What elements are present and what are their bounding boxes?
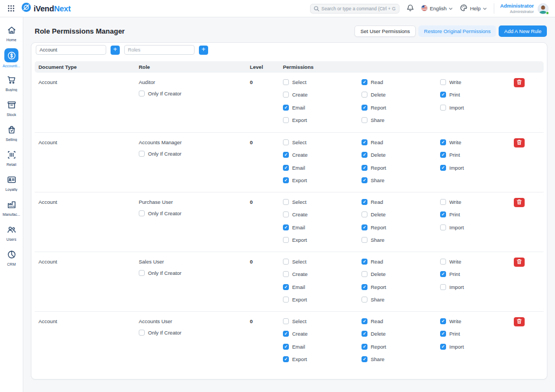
permission-checkbox-create[interactable]: Create: [283, 152, 308, 158]
delete-rule-button[interactable]: [514, 78, 525, 87]
only-if-creator-checkbox[interactable]: Only If Creator: [139, 151, 182, 157]
permission-checkbox-export[interactable]: Export: [283, 177, 307, 183]
permission-checkbox-email[interactable]: Email: [283, 105, 305, 111]
sidebar-item-selling[interactable]: Selling: [0, 123, 23, 148]
permission-checkbox-select[interactable]: Select: [283, 199, 306, 205]
permission-checkbox-write[interactable]: Write: [440, 199, 461, 205]
sidebar-item-users[interactable]: Users: [0, 223, 23, 248]
permission-checkbox-select[interactable]: Select: [283, 139, 306, 145]
only-if-creator-checkbox[interactable]: Only If Creator: [139, 330, 182, 336]
permission-checkbox-print[interactable]: Print: [440, 92, 460, 98]
app-logo[interactable]: iVendNext: [22, 3, 70, 14]
permission-checkbox-import[interactable]: Import: [440, 165, 464, 171]
permission-checkbox-export[interactable]: Export: [283, 356, 307, 362]
only-if-creator-checkbox[interactable]: Only If Creator: [139, 210, 182, 216]
delete-rule-button[interactable]: [514, 258, 525, 267]
permission-checkbox-print[interactable]: Print: [440, 331, 460, 337]
permission-checkbox-create[interactable]: Create: [283, 211, 308, 217]
permission-checkbox-report[interactable]: Report: [362, 284, 386, 290]
language-selector[interactable]: English: [421, 5, 453, 12]
global-search[interactable]: [310, 4, 399, 14]
permission-checkbox-select[interactable]: Select: [283, 318, 306, 324]
permission-checkbox-read[interactable]: Read: [362, 318, 383, 324]
trash-icon: [517, 198, 522, 207]
permission-checkbox-share[interactable]: Share: [362, 356, 384, 362]
permission-checkbox-read[interactable]: Read: [362, 199, 383, 205]
permission-checkbox-email[interactable]: Email: [283, 284, 305, 290]
checkbox-icon: [440, 271, 446, 277]
permission-checkbox-report[interactable]: Report: [362, 224, 386, 230]
permission-checkbox-import[interactable]: Import: [440, 105, 464, 111]
permission-checkbox-report[interactable]: Report: [362, 105, 386, 111]
permission-label: Select: [292, 139, 306, 145]
permission-checkbox-import[interactable]: Import: [440, 344, 464, 350]
sidebar-item-home[interactable]: Home: [0, 23, 23, 48]
permission-checkbox-read[interactable]: Read: [362, 79, 383, 85]
permission-checkbox-share[interactable]: Share: [362, 237, 384, 243]
app-header: iVendNext English Help Administrator A: [0, 0, 555, 17]
permission-checkbox-write[interactable]: Write: [440, 318, 461, 324]
permission-checkbox-import[interactable]: Import: [440, 284, 464, 290]
permission-checkbox-email[interactable]: Email: [283, 165, 305, 171]
permission-label: Read: [371, 199, 383, 205]
permission-checkbox-email[interactable]: Email: [283, 224, 305, 230]
permission-checkbox-write[interactable]: Write: [440, 79, 461, 85]
add-doctype-button[interactable]: +: [111, 46, 120, 55]
user-menu[interactable]: Administrator Administrator: [500, 3, 534, 14]
permission-checkbox-delete[interactable]: Delete: [362, 271, 385, 277]
only-if-creator-checkbox[interactable]: Only If Creator: [139, 91, 182, 97]
permission-label: Create: [292, 152, 308, 158]
add-new-rule-button[interactable]: Add A New Rule: [499, 25, 547, 37]
delete-rule-button[interactable]: [514, 317, 525, 326]
permission-checkbox-email[interactable]: Email: [283, 344, 305, 350]
sidebar-item-retail[interactable]: Retail: [0, 148, 23, 173]
search-input[interactable]: [321, 6, 396, 11]
help-menu[interactable]: Help: [460, 4, 487, 13]
sidebar-item-loyalty[interactable]: Loyalty: [0, 173, 23, 198]
sidebar-item-label: Manufac...: [3, 213, 21, 216]
permission-checkbox-delete[interactable]: Delete: [362, 331, 385, 337]
permission-checkbox-delete[interactable]: Delete: [362, 152, 385, 158]
permission-checkbox-read[interactable]: Read: [362, 259, 383, 265]
permission-checkbox-delete[interactable]: Delete: [362, 211, 385, 217]
sidebar-item-crm[interactable]: CRM: [0, 248, 23, 273]
sidebar-item-buying[interactable]: Buying: [0, 73, 23, 98]
permission-checkbox-import[interactable]: Import: [440, 224, 464, 230]
permission-checkbox-read[interactable]: Read: [362, 139, 383, 145]
add-role-button[interactable]: +: [199, 46, 208, 55]
permission-checkbox-print[interactable]: Print: [440, 211, 460, 217]
sidebar-item-accounting[interactable]: Accounti...: [0, 48, 23, 73]
permission-checkbox-delete[interactable]: Delete: [362, 92, 385, 98]
permission-checkbox-select[interactable]: Select: [283, 79, 306, 85]
sidebar-item-manufacturing[interactable]: Manufac...: [0, 198, 23, 223]
permission-checkbox-write[interactable]: Write: [440, 259, 461, 265]
permission-checkbox-export[interactable]: Export: [283, 237, 307, 243]
permission-checkbox-create[interactable]: Create: [283, 271, 308, 277]
doctype-filter-input[interactable]: [36, 45, 106, 55]
set-user-permissions-button[interactable]: Set User Permissions: [354, 25, 416, 37]
permission-checkbox-select[interactable]: Select: [283, 259, 306, 265]
delete-rule-button[interactable]: [514, 138, 525, 147]
permission-checkbox-print[interactable]: Print: [440, 152, 460, 158]
sidebar-item-stock[interactable]: Stock: [0, 98, 23, 123]
permission-checkbox-create[interactable]: Create: [283, 92, 308, 98]
apps-grid-icon[interactable]: [8, 5, 15, 12]
notifications-button[interactable]: [406, 4, 414, 13]
permission-checkbox-print[interactable]: Print: [440, 271, 460, 277]
roles-filter-input[interactable]: [124, 45, 195, 55]
sidebar-item-label: Buying: [5, 88, 17, 92]
permission-checkbox-write[interactable]: Write: [440, 139, 461, 145]
permission-checkbox-export[interactable]: Export: [283, 117, 307, 123]
avatar[interactable]: [538, 3, 548, 14]
permission-checkbox-share[interactable]: Share: [362, 117, 384, 123]
checkbox-icon: [139, 91, 145, 97]
only-if-creator-checkbox[interactable]: Only If Creator: [139, 270, 182, 276]
permission-checkbox-share[interactable]: Share: [362, 297, 384, 303]
permission-checkbox-report[interactable]: Report: [362, 165, 386, 171]
permission-checkbox-create[interactable]: Create: [283, 331, 308, 337]
permission-checkbox-share[interactable]: Share: [362, 177, 384, 183]
delete-rule-button[interactable]: [514, 198, 525, 207]
restore-original-permissions-button[interactable]: Restore Original Permissions: [418, 25, 496, 37]
permission-checkbox-report[interactable]: Report: [362, 344, 386, 350]
permission-checkbox-export[interactable]: Export: [283, 297, 307, 303]
